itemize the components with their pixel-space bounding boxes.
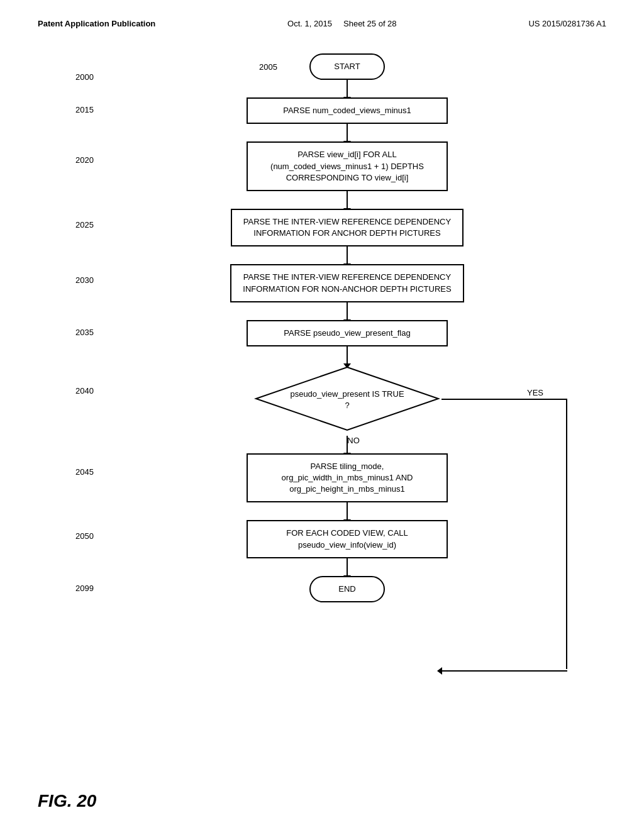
header-patent-number: US 2015/0281736 A1 [528,19,606,28]
box-parse-view-id: PARSE view_id[i] FOR ALL (num_coded_view… [247,141,448,191]
label-2040: 2040 [75,386,94,396]
yes-label: NO [347,436,360,445]
start-node: START [309,53,385,80]
header: Patent Application Publication Oct. 1, 2… [38,19,606,28]
box-parse-tiling-mode: PARSE tiling_mode, org_pic_width_in_mbs_… [247,453,448,503]
label-2035: 2035 [75,328,94,337]
no-arrow-left [437,667,442,675]
box-parse-inter-view-anchor: PARSE THE INTER-VIEW REFERENCE DEPENDENC… [231,209,464,246]
header-date-sheet: Oct. 1, 2015 Sheet 25 of 28 [287,19,396,28]
label-2050: 2050 [75,531,94,541]
box-parse-pseudo-view-flag: PARSE pseudo_view_present_flag [247,320,448,346]
label-2025: 2025 [75,220,94,230]
label-2000: 2000 [75,72,94,82]
box-parse-num-coded-views: PARSE num_coded_views_minus1 [247,97,448,124]
header-sheet: Sheet 25 of 28 [343,19,397,28]
no-branch-line-h [441,399,567,400]
header-date: Oct. 1, 2015 [287,19,332,28]
label-2030: 2030 [75,275,94,285]
header-publication: Patent Application Publication [38,19,155,28]
no-branch-label: YES [527,388,543,397]
page: Patent Application Publication Oct. 1, 2… [0,0,644,830]
box-parse-inter-view-nonanchor: PARSE THE INTER-VIEW REFERENCE DEPENDENC… [230,264,464,302]
end-node: END [309,576,385,602]
diamond-text: pseudo_view_present IS TRUE ? [284,389,410,411]
label-2045: 2045 [75,467,94,477]
figure-label: FIG. 20 [38,791,96,811]
label-2020: 2020 [75,155,94,165]
label-2015: 2015 [75,105,94,114]
box-for-each-coded-view: FOR EACH CODED VIEW, CALL pseudo_view_in… [247,520,448,558]
label-2099: 2099 [75,584,94,593]
label-2005: 2005 [259,62,277,72]
no-branch-bottom-h [441,670,567,672]
flowchart-diagram: 2000 2005 START 2015 PARSE num_coded_vie… [38,53,606,602]
